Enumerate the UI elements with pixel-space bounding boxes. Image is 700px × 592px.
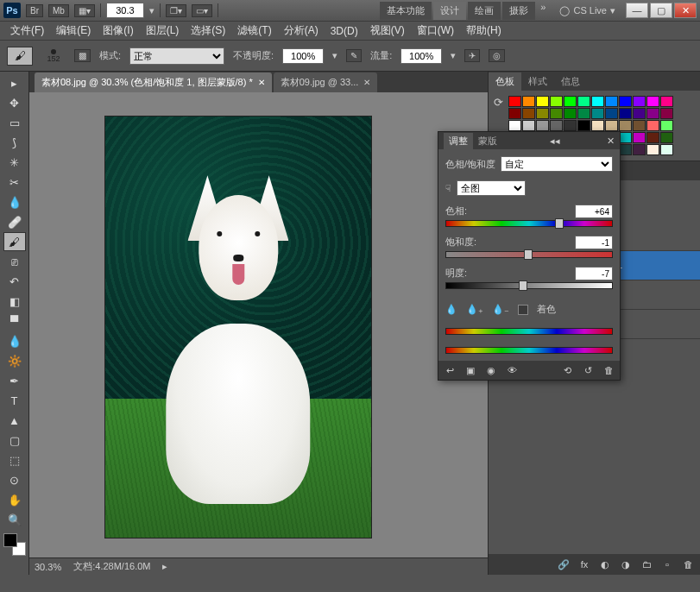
colorize-checkbox[interactable] bbox=[518, 305, 528, 315]
opacity-input[interactable] bbox=[282, 48, 324, 64]
shape-tool[interactable]: ▢ bbox=[3, 431, 26, 450]
menu-filter[interactable]: 滤镜(T) bbox=[232, 22, 276, 40]
zoom-readout[interactable]: 30.3% bbox=[35, 562, 61, 572]
close-icon[interactable]: ✕ bbox=[363, 78, 370, 87]
screen-mode-button[interactable]: ▭▾ bbox=[192, 4, 212, 17]
swatch[interactable] bbox=[564, 96, 577, 107]
swatch[interactable] bbox=[619, 144, 632, 155]
tablet-size-button[interactable]: ◎ bbox=[489, 49, 505, 62]
menu-window[interactable]: 窗口(W) bbox=[412, 22, 459, 40]
swatch[interactable] bbox=[633, 96, 646, 107]
brush-preset-picker[interactable]: 152 bbox=[41, 44, 66, 68]
prev-state-icon[interactable]: ⟲ bbox=[561, 364, 573, 376]
swatch[interactable] bbox=[591, 120, 604, 131]
menu-3d[interactable]: 3D(D) bbox=[325, 23, 363, 39]
swatch[interactable] bbox=[646, 108, 659, 119]
healing-tool[interactable]: 🩹 bbox=[3, 212, 26, 231]
swatch[interactable] bbox=[522, 96, 535, 107]
swatch[interactable] bbox=[522, 108, 535, 119]
swatch[interactable] bbox=[646, 120, 659, 131]
pen-tool[interactable]: ✒ bbox=[3, 371, 26, 390]
lightness-slider[interactable] bbox=[445, 282, 613, 289]
swatch[interactable] bbox=[564, 120, 577, 131]
mask-icon[interactable]: ◐ bbox=[598, 557, 612, 571]
reset-icon[interactable]: ↺ bbox=[582, 364, 594, 376]
close-button[interactable]: ✕ bbox=[674, 3, 697, 18]
menu-select[interactable]: 选择(S) bbox=[186, 22, 230, 40]
swatch[interactable] bbox=[508, 96, 521, 107]
swatch[interactable] bbox=[660, 144, 673, 155]
blend-mode-select[interactable]: 正常 bbox=[129, 47, 224, 65]
swatch[interactable] bbox=[633, 144, 646, 155]
color-swatches[interactable] bbox=[3, 533, 26, 556]
swatch[interactable] bbox=[633, 120, 646, 131]
slider-thumb[interactable] bbox=[524, 249, 533, 260]
flow-input[interactable] bbox=[400, 48, 442, 64]
dodge-tool[interactable]: 🔆 bbox=[3, 351, 26, 370]
adjustments-panel-header[interactable]: 调整 蒙版 ◂◂ ✕ bbox=[438, 132, 620, 149]
dropdown-icon[interactable]: ▾ bbox=[149, 5, 155, 16]
tab-masks[interactable]: 蒙版 bbox=[473, 133, 502, 149]
minibridge-button[interactable]: Mb bbox=[48, 4, 69, 17]
saturation-input[interactable] bbox=[575, 236, 613, 249]
swatch[interactable] bbox=[550, 120, 563, 131]
collapse-icon[interactable]: ▸ bbox=[3, 73, 26, 92]
zoom-tool[interactable]: 🔍 bbox=[3, 510, 26, 529]
adjustments-panel[interactable]: 调整 蒙版 ◂◂ ✕ 色相/饱和度 自定 ☟ 全图 色相: 饱和度: 明度: 💧… bbox=[438, 131, 621, 381]
swatch[interactable] bbox=[646, 144, 659, 155]
menu-edit[interactable]: 编辑(E) bbox=[51, 22, 96, 40]
blur-tool[interactable]: 💧 bbox=[3, 331, 26, 350]
swatch[interactable] bbox=[536, 108, 549, 119]
app-zoom-input[interactable] bbox=[106, 3, 144, 18]
swatch[interactable] bbox=[660, 132, 673, 143]
swatch[interactable] bbox=[660, 108, 673, 119]
link-layers-icon[interactable]: 🔗 bbox=[557, 557, 571, 571]
menu-layer[interactable]: 图层(L) bbox=[141, 22, 185, 40]
eyedropper-tool[interactable]: 💧 bbox=[3, 192, 26, 211]
swatch[interactable] bbox=[564, 108, 577, 119]
maximize-button[interactable]: ▢ bbox=[650, 3, 672, 18]
lightness-input[interactable] bbox=[575, 267, 613, 280]
collapse-icon[interactable]: ◂◂ bbox=[550, 135, 560, 147]
dropdown-icon[interactable]: ▾ bbox=[451, 50, 456, 61]
swatch[interactable] bbox=[508, 108, 521, 119]
swatch[interactable] bbox=[577, 96, 590, 107]
more-icon[interactable]: » bbox=[537, 2, 549, 20]
expand-icon[interactable]: ▣ bbox=[464, 364, 476, 376]
swatch[interactable] bbox=[619, 108, 632, 119]
path-select-tool[interactable]: ▲ bbox=[3, 411, 26, 430]
canvas[interactable] bbox=[105, 117, 371, 538]
swatch[interactable] bbox=[577, 108, 590, 119]
workspace-tab-painting[interactable]: 绘画 bbox=[468, 2, 501, 20]
return-icon[interactable]: ↩ bbox=[444, 364, 456, 376]
fx-icon[interactable]: fx bbox=[577, 557, 591, 571]
lasso-tool[interactable]: ⟆ bbox=[3, 133, 26, 152]
swatch[interactable] bbox=[591, 108, 604, 119]
swatch[interactable] bbox=[591, 96, 604, 107]
chevron-right-icon[interactable]: ▸ bbox=[162, 561, 167, 572]
menu-help[interactable]: 帮助(H) bbox=[461, 22, 507, 40]
canvas-viewport[interactable] bbox=[29, 92, 488, 557]
swatch[interactable] bbox=[536, 120, 549, 131]
brush-tool[interactable]: 🖌 bbox=[3, 232, 26, 251]
swatch[interactable] bbox=[522, 120, 535, 131]
hand-icon[interactable]: ☟ bbox=[445, 183, 451, 194]
trash-icon[interactable]: 🗑 bbox=[602, 364, 615, 376]
eyedropper-add-icon[interactable]: 💧₊ bbox=[466, 304, 483, 315]
close-icon[interactable]: ✕ bbox=[607, 135, 615, 147]
gradient-tool[interactable]: ▀ bbox=[3, 312, 26, 331]
swatch[interactable] bbox=[605, 108, 618, 119]
swatch[interactable] bbox=[508, 120, 521, 131]
clip-icon[interactable]: ◉ bbox=[485, 364, 497, 376]
adjustment-icon[interactable]: ◑ bbox=[619, 557, 633, 571]
eraser-tool[interactable]: ◧ bbox=[3, 292, 26, 311]
brush-panel-toggle[interactable]: ▩ bbox=[74, 49, 91, 62]
document-tab[interactable]: 素材09.jpg @ 33... ✕ bbox=[274, 72, 378, 92]
swatch[interactable] bbox=[550, 96, 563, 107]
hand-tool[interactable]: ✋ bbox=[3, 490, 26, 509]
3d-camera-tool[interactable]: ⊙ bbox=[3, 470, 26, 489]
swatch[interactable] bbox=[646, 132, 659, 143]
swatch[interactable] bbox=[619, 120, 632, 131]
folder-icon[interactable]: 🗀 bbox=[640, 557, 653, 571]
minimize-button[interactable]: — bbox=[626, 3, 648, 18]
